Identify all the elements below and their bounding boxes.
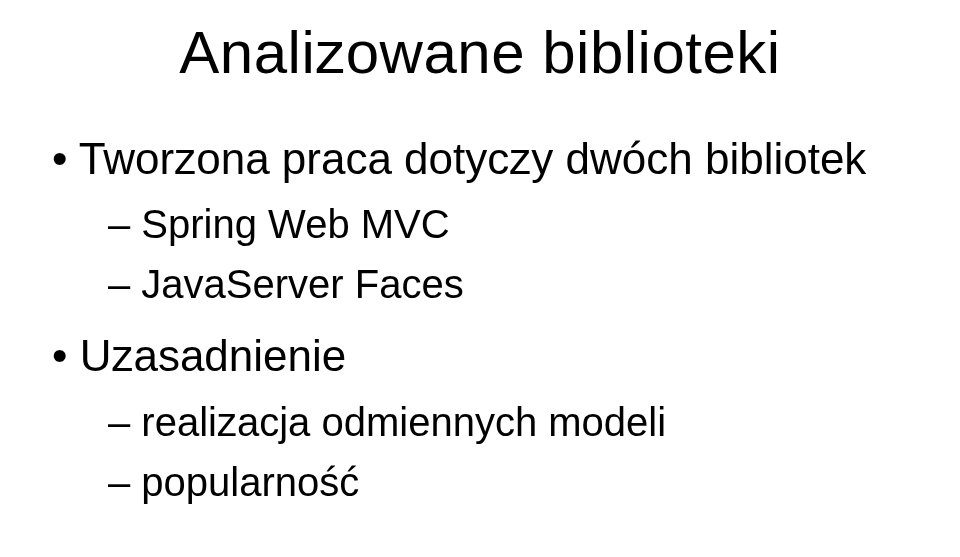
list-item: popularność: [108, 452, 920, 512]
bullet-list: Tworzona praca dotyczy dwóch bibliotek S…: [40, 129, 920, 512]
slide-title: Analizowane biblioteki: [40, 18, 920, 87]
list-item: Spring Web MVC: [108, 194, 920, 254]
list-item: realizacja odmiennych modeli: [108, 392, 920, 452]
list-item: Uzasadnienie realizacja odmiennych model…: [52, 326, 920, 511]
list-item-text: JavaServer Faces: [141, 262, 463, 306]
list-item: Tworzona praca dotyczy dwóch bibliotek S…: [52, 129, 920, 314]
list-item-text: Spring Web MVC: [141, 202, 449, 246]
slide: Analizowane biblioteki Tworzona praca do…: [0, 0, 960, 557]
list-item-text: Uzasadnienie: [80, 331, 347, 380]
list-item-text: Tworzona praca dotyczy dwóch bibliotek: [79, 134, 867, 183]
sub-list: realizacja odmiennych modeli popularność: [52, 392, 920, 512]
list-item: JavaServer Faces: [108, 254, 920, 314]
sub-list: Spring Web MVC JavaServer Faces: [52, 194, 920, 314]
list-item-text: realizacja odmiennych modeli: [141, 400, 666, 444]
list-item-text: popularność: [141, 460, 359, 504]
